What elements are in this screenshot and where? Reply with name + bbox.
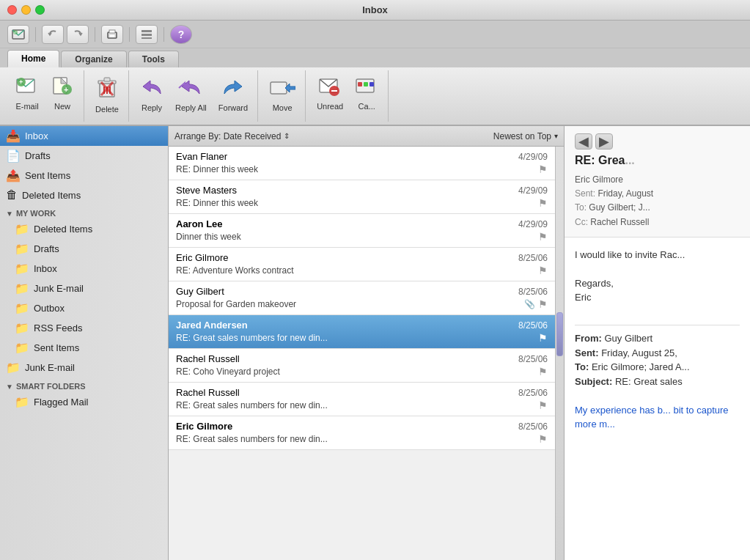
sort-order-label: Newest on Top: [493, 131, 551, 141]
flag-icon-5[interactable]: ⚑: [538, 332, 548, 344]
reading-pane: ◀ ▶ RE: Grea... Eric Gilmore Sent: Frida…: [565, 126, 750, 560]
quoted-to-row: To: Eric Gilmore; Jared A...: [575, 360, 740, 375]
email-item-0[interactable]: Evan Flaner4/29/09RE: Dinner this week⚑: [169, 147, 555, 180]
sidebar-item-junk-root[interactable]: 📁 Junk E-mail: [0, 358, 168, 377]
mw-outbox-icon: 📁: [15, 301, 29, 315]
mw-sent-icon: 📁: [15, 341, 29, 355]
close-button[interactable]: [7, 5, 17, 15]
email-date-6: 8/25/06: [518, 354, 548, 364]
sidebar-item-mw-rss[interactable]: 📁 RSS Feeds: [0, 318, 168, 338]
new-icon: +: [51, 76, 74, 100]
toolbar-sep-1: [35, 27, 36, 42]
flag-icon-6[interactable]: ⚑: [538, 366, 548, 377]
list-view-btn[interactable]: [136, 25, 158, 44]
email-item-4[interactable]: Guy Gilbert8/25/06Proposal for Garden ma…: [169, 281, 555, 315]
flag-icon-0[interactable]: ⚑: [538, 163, 548, 175]
svg-rect-24: [271, 82, 287, 94]
flag-icon-1[interactable]: ⚑: [538, 197, 548, 209]
sidebar-item-mw-deleted[interactable]: 📁 Deleted Items: [0, 219, 168, 239]
reading-body: I would like to invite Rac... Regards, E…: [565, 237, 750, 442]
email-date-2: 4/29/09: [518, 219, 548, 229]
sidebar-item-drafts-main[interactable]: 📄 Drafts: [0, 146, 168, 166]
flag-icon-2[interactable]: ⚑: [538, 231, 548, 243]
email-item-7[interactable]: Rachel Russell8/25/06RE: Great sales num…: [169, 383, 555, 416]
sidebar-item-inbox-main[interactable]: 📥 Inbox: [0, 126, 168, 146]
sidebar-item-mw-outbox[interactable]: 📁 Outbox: [0, 298, 168, 318]
sent-label: Sent:: [575, 188, 595, 199]
sent-main-icon: 📤: [6, 169, 21, 183]
my-work-header[interactable]: ▼ My Work: [0, 205, 168, 219]
flag-icon-4[interactable]: ⚑: [538, 298, 548, 310]
email-sender-1: Steve Masters: [176, 185, 237, 196]
minimize-button[interactable]: [21, 5, 31, 15]
print-btn[interactable]: [101, 25, 123, 44]
forward-button[interactable]: Forward: [213, 73, 253, 115]
delete-button[interactable]: Delete: [90, 73, 124, 117]
junk-root-icon: 📁: [6, 361, 21, 375]
junk-root-label: Junk E-mail: [25, 362, 75, 373]
email-list-scrollbar[interactable]: [555, 147, 564, 560]
to-row: To: Guy Gilbert; J...: [575, 201, 740, 215]
my-work-label: My Work: [16, 209, 56, 218]
flag-icon-7[interactable]: ⚑: [538, 399, 548, 411]
email-sender-5: Jared Andersen: [176, 320, 248, 331]
svg-rect-32: [370, 82, 374, 86]
email-item-1[interactable]: Steve Masters4/29/09RE: Dinner this week…: [169, 180, 555, 214]
reply-button[interactable]: Reply: [135, 73, 169, 115]
email-date-3: 8/25/06: [518, 253, 548, 263]
sidebar-item-sent-main[interactable]: 📤 Sent Items: [0, 166, 168, 185]
order-arrow: ▾: [554, 132, 558, 140]
email-subject-4: Proposal for Garden makeover📎⚑: [176, 298, 548, 310]
email-item-8[interactable]: Eric Gilmore8/25/06RE: Great sales numbe…: [169, 416, 555, 450]
svg-rect-5: [109, 30, 115, 33]
sidebar-item-mw-junk[interactable]: 📁 Junk E-mail: [0, 279, 168, 298]
flag-icon-8[interactable]: ⚑: [538, 433, 548, 445]
email-item-2[interactable]: Aaron Lee4/29/09Dinner this week⚑: [169, 214, 555, 248]
tab-home[interactable]: Home: [7, 50, 59, 67]
reply-btn-label: Reply: [141, 103, 162, 112]
sidebar-item-mw-sent[interactable]: 📁 Sent Items: [0, 338, 168, 358]
ribbon-group-move: Move: [260, 70, 306, 122]
sidebar-item-flagged[interactable]: 📁 Flagged Mail: [0, 392, 168, 412]
sidebar-inbox-label: Inbox: [25, 130, 48, 141]
email-item-5[interactable]: Jared Andersen8/25/06RE: Great sales num…: [169, 315, 555, 349]
sidebar-item-mw-drafts[interactable]: 📁 Drafts: [0, 239, 168, 259]
undo-btn[interactable]: [42, 25, 64, 44]
redo-btn[interactable]: [67, 25, 89, 44]
tab-organize[interactable]: Organize: [61, 51, 126, 67]
nav-next-btn[interactable]: ▶: [595, 133, 613, 150]
nav-prev-btn[interactable]: ◀: [575, 133, 592, 150]
sidebar-item-deleted-main[interactable]: 🗑 Deleted Items: [0, 185, 168, 205]
sidebar-item-mw-inbox[interactable]: 📁 Inbox: [0, 259, 168, 279]
quoted-from-row: From: Guy Gilbert: [575, 331, 740, 346]
scrollbar-thumb[interactable]: [556, 312, 563, 356]
email-list-container: Evan Flaner4/29/09RE: Dinner this week⚑S…: [169, 147, 564, 560]
categorize-btn-label: Ca...: [359, 102, 375, 111]
ribbon-group-email: + E-mail + New: [6, 70, 84, 122]
email-item-6[interactable]: Rachel Russell8/25/06RE: Coho Vineyard p…: [169, 349, 555, 383]
delete-btn-label: Delete: [95, 105, 119, 114]
flag-icon-3[interactable]: ⚑: [538, 265, 548, 276]
email-sender-7: Rachel Russell: [176, 387, 240, 398]
smart-folders-label: SMART FOLDERS: [16, 382, 86, 391]
help-btn[interactable]: ?: [170, 25, 192, 44]
unread-button[interactable]: Unread: [312, 73, 348, 114]
email-date-1: 4/29/09: [518, 185, 548, 196]
quoted-message: From: Guy Gilbert Sent: Friday, August 2…: [575, 325, 740, 432]
email-button[interactable]: + E-mail: [10, 73, 44, 114]
smart-folders-header[interactable]: ▼ SMART FOLDERS: [0, 377, 168, 392]
flagged-icon: 📁: [15, 395, 29, 409]
tab-tools[interactable]: Tools: [128, 51, 179, 67]
sort-order-dropdown[interactable]: Newest on Top ▾: [493, 131, 558, 141]
move-button[interactable]: Move: [264, 73, 301, 115]
reading-meta: Eric Gilmore Sent: Friday, August To: Gu…: [575, 173, 740, 229]
body-regards: Regards,: [575, 276, 740, 291]
maximize-button[interactable]: [35, 5, 45, 15]
categorize-button[interactable]: Ca...: [350, 73, 383, 114]
sort-by-dropdown[interactable]: Arrange By: Date Received ⇕: [174, 131, 290, 141]
reply-all-button[interactable]: Reply All: [170, 73, 212, 115]
email-item-3[interactable]: Eric Gilmore8/25/06RE: Adventure Works c…: [169, 248, 555, 281]
mail-icon-btn[interactable]: +: [7, 25, 29, 44]
reply-all-icon: [177, 76, 204, 102]
new-button[interactable]: + New: [45, 73, 79, 114]
